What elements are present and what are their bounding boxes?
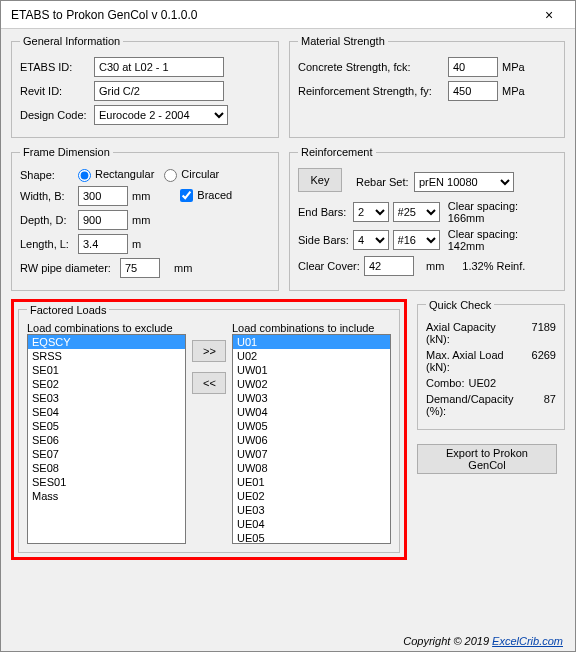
general-info-legend: General Information (20, 35, 123, 47)
cover-label: Clear Cover: (298, 260, 364, 272)
reinforcement-group: Reinforcement Key Rebar Set: prEN 10080 … (289, 146, 565, 291)
fck-input[interactable] (448, 57, 498, 77)
list-item[interactable]: SE07 (28, 447, 185, 461)
combo-value: UE02 (469, 377, 497, 389)
length-label: Length, L: (20, 238, 78, 250)
list-item[interactable]: UE04 (233, 517, 390, 531)
side-bars-count-select[interactable]: 4 (353, 230, 388, 250)
list-item[interactable]: U02 (233, 349, 390, 363)
factored-loads-legend: Factored Loads (27, 304, 109, 316)
footer-link[interactable]: ExcelCrib.com (492, 635, 563, 647)
cover-input[interactable] (364, 256, 414, 276)
fy-label: Reinforcement Strength, fy: (298, 85, 448, 97)
general-info-group: General Information ETABS ID: Revit ID: … (11, 35, 279, 138)
rw-unit: mm (174, 262, 192, 274)
list-item[interactable]: SE01 (28, 363, 185, 377)
revit-id-label: Revit ID: (20, 85, 94, 97)
end-bars-size-select[interactable]: #25 (393, 202, 440, 222)
list-item[interactable]: SES01 (28, 475, 185, 489)
list-item[interactable]: UW07 (233, 447, 390, 461)
list-item[interactable]: U01 (233, 335, 390, 349)
depth-unit: mm (132, 214, 150, 226)
close-icon[interactable]: × (529, 2, 569, 28)
revit-id-input[interactable] (94, 81, 224, 101)
list-item[interactable]: UE03 (233, 503, 390, 517)
list-item[interactable]: UE02 (233, 489, 390, 503)
move-right-button[interactable]: >> (192, 340, 226, 362)
depth-input[interactable] (78, 210, 128, 230)
design-code-label: Design Code: (20, 109, 94, 121)
shape-rect-radio[interactable]: Rectangular (78, 168, 154, 182)
list-item[interactable]: SE08 (28, 461, 185, 475)
axial-capacity-label: Axial Capacity (kN): (426, 321, 516, 345)
list-item[interactable]: UW05 (233, 419, 390, 433)
list-item[interactable]: SE03 (28, 391, 185, 405)
length-unit: m (132, 238, 141, 250)
frame-dimension-legend: Frame Dimension (20, 146, 113, 158)
axial-capacity-value: 7189 (516, 321, 556, 345)
combo-label: Combo: (426, 377, 465, 389)
rebar-set-label: Rebar Set: (356, 176, 414, 188)
reinforcement-legend: Reinforcement (298, 146, 376, 158)
max-axial-load-label: Max. Axial Load (kN): (426, 349, 516, 373)
frame-dimension-group: Frame Dimension Shape: Rectangular Circu… (11, 146, 279, 291)
list-item[interactable]: SE04 (28, 405, 185, 419)
etabs-id-label: ETABS ID: (20, 61, 94, 73)
list-item[interactable]: UW04 (233, 405, 390, 419)
list-item[interactable]: Mass (28, 489, 185, 503)
factored-loads-group: Factored Loads Load combinations to excl… (18, 304, 400, 553)
factored-loads-highlight: Factored Loads Load combinations to excl… (11, 299, 407, 560)
list-item[interactable]: EQSCY (28, 335, 185, 349)
list-item[interactable]: SRSS (28, 349, 185, 363)
rebar-set-select[interactable]: prEN 10080 (414, 172, 514, 192)
list-item[interactable]: UW02 (233, 377, 390, 391)
list-item[interactable]: UW08 (233, 461, 390, 475)
side-bars-size-select[interactable]: #16 (393, 230, 440, 250)
list-item[interactable]: UW06 (233, 433, 390, 447)
list-item[interactable]: SE06 (28, 433, 185, 447)
rw-input[interactable] (120, 258, 160, 278)
material-strength-legend: Material Strength (298, 35, 388, 47)
export-button[interactable]: Export to Prokon GenCol (417, 444, 557, 474)
list-item[interactable]: SE05 (28, 419, 185, 433)
length-input[interactable] (78, 234, 128, 254)
quick-check-legend: Quick Check (426, 299, 494, 311)
footer: Copyright © 2019 ExcelCrib.com (403, 635, 563, 647)
content: General Information ETABS ID: Revit ID: … (1, 29, 575, 651)
braced-checkbox[interactable]: Braced (180, 189, 232, 203)
exclude-listbox[interactable]: EQSCYSRSSSE01SE02SE03SE04SE05SE06SE07SE0… (27, 334, 186, 544)
side-bars-spacing: Clear spacing: 142mm (448, 228, 556, 252)
rw-label: RW pipe diameter: (20, 262, 120, 274)
list-item[interactable]: UE01 (233, 475, 390, 489)
end-bars-count-select[interactable]: 2 (353, 202, 388, 222)
key-button[interactable]: Key (298, 168, 342, 192)
demand-capacity-label: Demand/Capacity (%): (426, 393, 516, 417)
material-strength-group: Material Strength Concrete Strength, fck… (289, 35, 565, 138)
fy-unit: MPa (502, 85, 525, 97)
design-code-select[interactable]: Eurocode 2 - 2004 (94, 105, 228, 125)
width-unit: mm (132, 190, 150, 202)
quick-check-group: Quick Check Axial Capacity (kN):7189 Max… (417, 299, 565, 430)
list-item[interactable]: UW03 (233, 391, 390, 405)
reinf-pct: 1.32% Reinf. (462, 260, 525, 272)
list-item[interactable]: UE05 (233, 531, 390, 544)
width-input[interactable] (78, 186, 128, 206)
window: ETABS to Prokon GenCol v 0.1.0.0 × Gener… (0, 0, 576, 652)
end-bars-label: End Bars: (298, 206, 353, 218)
list-item[interactable]: UW01 (233, 363, 390, 377)
shape-circ-radio[interactable]: Circular (164, 168, 219, 182)
window-title: ETABS to Prokon GenCol v 0.1.0.0 (11, 8, 529, 22)
footer-prefix: Copyright © 2019 (403, 635, 492, 647)
include-listbox[interactable]: U01U02UW01UW02UW03UW04UW05UW06UW07UW08UE… (232, 334, 391, 544)
etabs-id-input[interactable] (94, 57, 224, 77)
list-item[interactable]: SE02 (28, 377, 185, 391)
width-label: Width, B: (20, 190, 78, 202)
side-bars-label: Side Bars: (298, 234, 353, 246)
shape-label: Shape: (20, 169, 78, 181)
fy-input[interactable] (448, 81, 498, 101)
fck-label: Concrete Strength, fck: (298, 61, 448, 73)
end-bars-spacing: Clear spacing: 166mm (448, 200, 556, 224)
depth-label: Depth, D: (20, 214, 78, 226)
move-left-button[interactable]: << (192, 372, 226, 394)
titlebar: ETABS to Prokon GenCol v 0.1.0.0 × (1, 1, 575, 29)
